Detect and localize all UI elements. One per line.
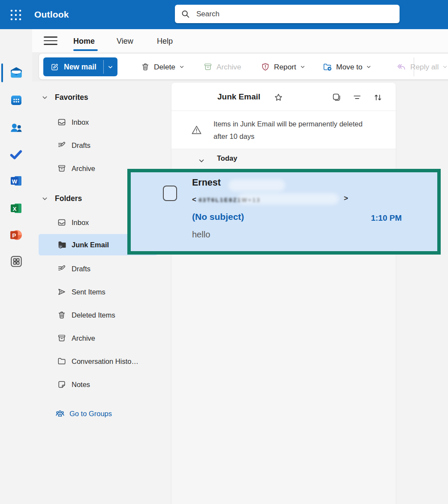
folder-icon bbox=[57, 357, 67, 366]
message-list-pane: Junk Email bbox=[171, 83, 396, 504]
folder-label: Drafts bbox=[72, 141, 90, 150]
email-subject: (No subject) bbox=[192, 212, 244, 222]
toolbar-panel: New mail Delete bbox=[39, 53, 448, 80]
go-to-groups-label: Go to Groups bbox=[69, 410, 112, 418]
compose-icon bbox=[50, 63, 59, 72]
retention-banner: Items in Junk Email will be permanently … bbox=[171, 111, 396, 149]
folders-collapse-chevron[interactable] bbox=[42, 191, 48, 206]
warning-icon bbox=[190, 124, 203, 136]
excel-icon: X bbox=[9, 201, 23, 215]
top-app-bar: Outlook bbox=[0, 0, 448, 29]
new-mail-split-button: New mail bbox=[43, 57, 117, 76]
favorite-item-inbox[interactable]: Inbox bbox=[39, 115, 161, 129]
select-messages-button[interactable] bbox=[331, 92, 342, 103]
report-shield-icon bbox=[261, 62, 270, 72]
inbox-icon bbox=[57, 117, 67, 127]
reply-all-icon bbox=[396, 62, 406, 72]
go-to-groups-link[interactable]: Go to Groups bbox=[39, 406, 161, 421]
chevron-down-icon bbox=[42, 195, 48, 202]
chevron-down-icon bbox=[108, 64, 113, 70]
folder-item-drafts[interactable]: Drafts bbox=[39, 261, 161, 276]
message-list-header: Junk Email bbox=[171, 83, 396, 111]
delete-button[interactable]: Delete bbox=[141, 59, 184, 75]
archive-button[interactable]: Archive bbox=[203, 59, 241, 75]
folder-item-deleted-items[interactable]: Deleted Items bbox=[39, 308, 161, 322]
archive-icon bbox=[203, 62, 213, 72]
redacted-address-overlay bbox=[238, 193, 339, 204]
todo-check-icon bbox=[9, 147, 23, 162]
redacted-sender-surname bbox=[229, 180, 285, 191]
active-tab-underline bbox=[73, 49, 98, 51]
chevron-down-icon bbox=[300, 64, 305, 69]
filter-button[interactable] bbox=[352, 92, 363, 103]
tab-help[interactable]: Help bbox=[157, 29, 173, 52]
sort-button[interactable] bbox=[372, 92, 383, 103]
groups-icon bbox=[55, 408, 65, 420]
email-received-time: 1:10 PM bbox=[362, 213, 402, 223]
rail-item-calendar[interactable] bbox=[0, 88, 32, 112]
favorites-collapse-chevron[interactable] bbox=[42, 90, 48, 105]
notes-icon bbox=[57, 380, 67, 389]
new-mail-dropdown[interactable] bbox=[104, 57, 117, 76]
folder-item-conversation-history[interactable]: Conversation Histo… bbox=[39, 354, 161, 369]
filter-icon bbox=[352, 92, 362, 102]
favorite-star-button[interactable] bbox=[273, 92, 284, 103]
chevron-down-icon bbox=[42, 94, 48, 101]
email-sender-name: Ernest bbox=[192, 177, 221, 188]
rail-item-excel[interactable]: X bbox=[0, 196, 32, 220]
search-bar[interactable] bbox=[175, 5, 400, 23]
archive-icon bbox=[57, 333, 67, 343]
folder-label: Inbox bbox=[72, 219, 89, 227]
folder-item-sent-items[interactable]: Sent Items bbox=[39, 285, 161, 299]
report-button[interactable]: Report bbox=[261, 59, 305, 75]
svg-text:W: W bbox=[12, 178, 17, 185]
favorites-header[interactable]: Favorites bbox=[55, 90, 88, 105]
star-icon bbox=[273, 92, 284, 103]
email-list-item-highlighted[interactable]: Ernest < 43T6L1E8Z1W+13 > (No subject) 1… bbox=[127, 169, 441, 255]
rail-item-powerpoint[interactable]: P bbox=[0, 223, 32, 247]
archive-icon bbox=[57, 164, 67, 173]
trash-icon bbox=[57, 310, 67, 320]
chevron-down-icon bbox=[179, 64, 184, 69]
search-input[interactable] bbox=[196, 10, 381, 18]
reply-all-button[interactable]: Reply all bbox=[396, 59, 448, 75]
email-select-checkbox[interactable] bbox=[163, 186, 177, 201]
app-launcher-button[interactable] bbox=[6, 5, 26, 25]
move-to-button[interactable]: Move to bbox=[322, 59, 371, 75]
drafts-icon bbox=[57, 141, 67, 150]
folder-item-archive[interactable]: Archive bbox=[39, 331, 161, 345]
report-label: Report bbox=[274, 63, 296, 72]
favorite-item-drafts[interactable]: Drafts bbox=[39, 138, 161, 153]
email-body-preview: hello bbox=[192, 230, 210, 240]
folder-label: Sent Items bbox=[72, 288, 105, 296]
chevron-down-icon bbox=[366, 64, 371, 69]
select-icon bbox=[331, 92, 342, 102]
sort-icon bbox=[373, 92, 383, 103]
rail-item-todo[interactable] bbox=[0, 142, 32, 166]
address-close-bracket: > bbox=[344, 194, 348, 203]
folder-label: Notes bbox=[72, 381, 90, 389]
powerpoint-icon: P bbox=[9, 228, 23, 242]
people-icon bbox=[9, 121, 23, 135]
tab-home[interactable]: Home bbox=[73, 29, 95, 52]
group-collapse-chevron[interactable] bbox=[198, 157, 205, 164]
outlook-window: Outlook bbox=[0, 0, 448, 504]
new-mail-button[interactable]: New mail bbox=[43, 57, 103, 76]
address-open-bracket: < bbox=[192, 195, 196, 204]
word-icon: W bbox=[9, 174, 23, 188]
delete-label: Delete bbox=[154, 63, 175, 72]
rail-item-more-apps[interactable] bbox=[0, 249, 32, 273]
sent-icon bbox=[57, 287, 67, 297]
rail-item-mail[interactable] bbox=[0, 61, 32, 85]
folder-label: Conversation Histo… bbox=[72, 357, 138, 366]
folder-item-notes[interactable]: Notes bbox=[39, 377, 161, 392]
tab-view[interactable]: View bbox=[117, 29, 133, 52]
apps-grid-icon bbox=[9, 254, 24, 269]
folders-header[interactable]: Folders bbox=[55, 191, 82, 206]
inbox-icon bbox=[57, 218, 67, 227]
junk-folder-icon bbox=[57, 240, 67, 250]
chevron-down-icon bbox=[198, 157, 205, 164]
rail-item-word[interactable]: W bbox=[0, 169, 32, 193]
nav-toggle-button[interactable] bbox=[43, 36, 58, 46]
rail-item-people[interactable] bbox=[0, 116, 32, 140]
